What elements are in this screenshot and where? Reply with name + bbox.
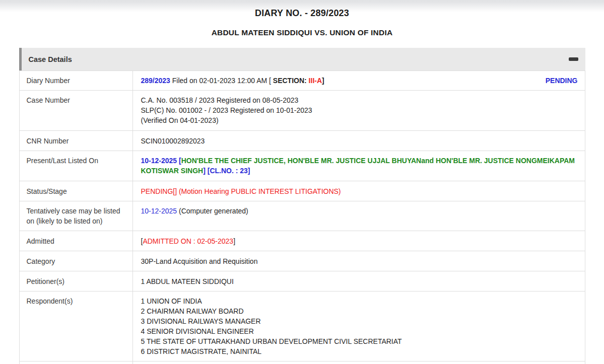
- table-row-diary-number: Diary Number 289/2023 Filed on 02-01-202…: [20, 70, 585, 90]
- collapse-minus-icon[interactable]: [569, 57, 578, 61]
- table-row-case-number: Case Number C.A. No. 003518 / 2023 Regis…: [20, 90, 585, 130]
- table-row-respondents: Respondent(s) 1 UNION OF INDIA 2 CHAIRMA…: [20, 291, 585, 361]
- section-label: SECTION:: [273, 77, 307, 85]
- table-row-admitted: Admitted [ADMITTED ON : 02-05-2023]: [20, 231, 585, 251]
- cnr-number-value: SCIN010002892023: [133, 131, 585, 151]
- respondent-item: 2 CHAIRMAN RAILWAY BOARD: [141, 306, 578, 316]
- row-label: Status/Stage: [20, 181, 133, 201]
- diary-value-wrap: 289/2023 Filed on 02-01-2023 12:00 AM [ …: [141, 76, 578, 86]
- row-label: Category: [20, 251, 133, 271]
- respondent-item: 4 SENIOR DIVISIONAL ENGINEER: [141, 326, 578, 336]
- table-row-cnr-number: CNR Number SCIN010002892023: [20, 130, 585, 151]
- row-value: 1 UNION OF INDIA 2 CHAIRMAN RAILWAY BOAR…: [133, 292, 585, 361]
- table-row-category: Category 30P-Land Acquisition and Requis…: [20, 251, 585, 271]
- tentative-note: (Computer generated): [177, 207, 248, 215]
- admitted-value: ADMITTED ON : 02-05-2023: [143, 236, 233, 246]
- section-closing-bracket: ]: [322, 77, 324, 85]
- respondent-item: 5 THE STATE OF UTTARAKHAND URBAN DEVELOP…: [141, 336, 578, 346]
- row-value: 10-12-2025 (Computer generated): [133, 201, 585, 231]
- case-number-line: (Verified On 04-01-2023): [141, 115, 578, 125]
- row-label: Present/Last Listed On: [20, 151, 133, 181]
- row-label: [20, 361, 133, 364]
- panel-title: Case Details: [22, 55, 72, 63]
- table-row-petitioners: Petitioner(s) 1 ABDUL MATEEN SIDDIQUI: [20, 271, 585, 291]
- row-label: Petitioner(s): [20, 271, 133, 291]
- table-row-last-listed-on: Present/Last Listed On 10-12-2025 [HON'B…: [20, 151, 585, 181]
- case-details-table: Diary Number 289/2023 Filed on 02-01-202…: [19, 70, 585, 364]
- court-list-number: ] [CL.NO. : 23]: [203, 167, 250, 175]
- diary-filed-text: 289/2023 Filed on 02-01-2023 12:00 AM [ …: [141, 76, 324, 86]
- row-value: [ADMITTED ON : 02-05-2023]: [133, 231, 585, 251]
- pending-status-badge: PENDING: [546, 76, 578, 86]
- respondent-item: 1 UNION OF INDIA: [141, 296, 578, 306]
- admitted-close-bracket: ]: [233, 236, 235, 246]
- respondent-item: 6 DISTRICT MAGISTRATE, NAINITAL: [141, 346, 578, 356]
- diary-number-value: 289/2023: [141, 77, 170, 85]
- row-label: Tentatively case may be listed on (likel…: [20, 201, 133, 231]
- case-details-panel: Case Details Diary Number 289/2023 Filed…: [19, 48, 585, 364]
- section-value: III-A: [307, 77, 322, 85]
- case-number-line: SLP(C) No. 001002 - / 2023 Registered on…: [141, 105, 578, 115]
- row-label: Respondent(s): [20, 292, 133, 361]
- page-header: DIARY NO. - 289/2023 ABDUL MATEEN SIDDIQ…: [0, 0, 604, 48]
- petitioner-item: 1 ABDUL MATEEN SIDDIQUI: [133, 271, 585, 291]
- diary-number-title: DIARY NO. - 289/2023: [0, 0, 604, 19]
- row-value: 10-12-2025 [HON'BLE THE CHIEF JUSTICE, H…: [133, 151, 585, 181]
- category-value: 30P-Land Acquisition and Requisition: [133, 251, 585, 271]
- table-row-next-cutoff: [20, 361, 585, 364]
- table-row-tentative-listing: Tentatively case may be listed on (likel…: [20, 201, 585, 231]
- case-number-line: C.A. No. 003518 / 2023 Registered on 08-…: [141, 95, 578, 105]
- row-value: 289/2023 Filed on 02-01-2023 12:00 AM [ …: [133, 71, 585, 90]
- tentative-date: 10-12-2025: [141, 207, 177, 215]
- row-label: Admitted: [20, 231, 133, 251]
- case-parties-title: ABDUL MATEEN SIDDIQUI VS. UNION OF INDIA: [0, 28, 604, 37]
- row-label: CNR Number: [20, 131, 133, 151]
- row-value: C.A. No. 003518 / 2023 Registered on 08-…: [133, 91, 585, 130]
- listed-date: 10-12-2025 [: [141, 157, 181, 165]
- respondent-item: 3 DIVISIONAL RAILWAYS MANAGER: [141, 316, 578, 326]
- status-stage-value: PENDING[] (Motion Hearing PUBLIC INTERES…: [133, 181, 585, 201]
- filed-on-text: Filed on 02-01-2023 12:00 AM [: [170, 77, 273, 85]
- row-label: Diary Number: [20, 71, 133, 90]
- table-row-status-stage: Status/Stage PENDING[] (Motion Hearing P…: [20, 181, 585, 201]
- row-label: Case Number: [20, 91, 133, 130]
- row-value: [133, 361, 585, 364]
- case-details-accordion-header[interactable]: Case Details: [19, 48, 585, 70]
